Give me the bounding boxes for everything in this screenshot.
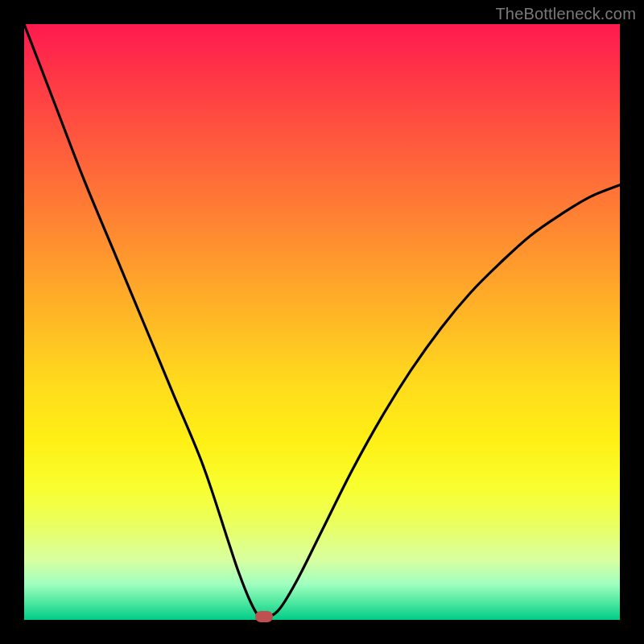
optimal-point-marker xyxy=(255,611,273,622)
plot-area xyxy=(24,24,620,620)
watermark-text: TheBottleneck.com xyxy=(495,5,636,23)
bottleneck-curve xyxy=(24,24,620,620)
chart-frame: TheBottleneck.com xyxy=(0,0,644,644)
